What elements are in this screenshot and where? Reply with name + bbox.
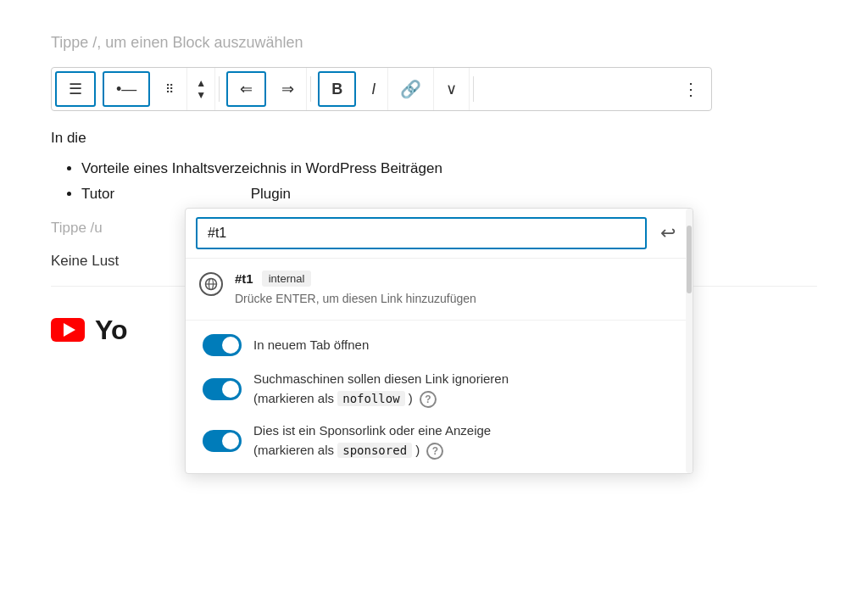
bullet-dash-button[interactable]: •— bbox=[103, 71, 150, 107]
link-search-row: ↩ bbox=[186, 209, 693, 259]
link-result-item[interactable]: #t1 internal Drücke ENTER, um diesen Lin… bbox=[186, 259, 693, 321]
youtube-play-icon bbox=[64, 323, 75, 337]
youtube-icon bbox=[51, 318, 85, 342]
chevron-down-icon: ▼ bbox=[196, 90, 206, 100]
toggle-slider-2 bbox=[203, 378, 242, 400]
drag-handle-button[interactable]: ⠿ bbox=[153, 68, 187, 110]
outdent-button[interactable]: ⇐ bbox=[226, 71, 266, 107]
scrollbar-track bbox=[686, 209, 693, 473]
outdent-icon: ⇐ bbox=[240, 80, 253, 98]
bullet-dash-icon: •— bbox=[116, 81, 136, 98]
sponsored-code: sponsored bbox=[337, 443, 412, 458]
list-item-2-end: Plugin bbox=[251, 186, 291, 202]
toggle-slider-1 bbox=[203, 334, 242, 356]
list-item-1: Vorteile eines Inhaltsverzeichnis in Wor… bbox=[81, 156, 817, 182]
block-toolbar: ☰ •— ⠿ ▲ ▼ ⇐ ⇒ B bbox=[51, 67, 712, 111]
nofollow-toggle[interactable] bbox=[203, 378, 242, 400]
nofollow-label: Suchmaschinen sollen diesen Link ignorie… bbox=[253, 370, 676, 408]
link-result-content: #t1 internal Drücke ENTER, um diesen Lin… bbox=[235, 271, 679, 308]
vertical-dots-icon: ⋮ bbox=[682, 81, 699, 98]
link-result-desc: Drücke ENTER, um diesen Link hinzuzufüge… bbox=[235, 290, 679, 308]
chevron-up-icon: ▲ bbox=[196, 78, 206, 88]
list-item-2-gap bbox=[119, 186, 251, 202]
list-icon: ☰ bbox=[69, 80, 82, 98]
scrollbar-thumb[interactable] bbox=[687, 226, 692, 293]
separator-2 bbox=[310, 76, 311, 102]
options-button[interactable]: ⋮ bbox=[670, 68, 711, 110]
move-up-down-button[interactable]: ▲ ▼ bbox=[187, 68, 215, 110]
more-formats-button[interactable]: ∨ bbox=[434, 68, 470, 110]
link-return-button[interactable]: ↩ bbox=[654, 219, 682, 248]
link-popup: ↩ #t1 internal Drücke ENTER, um diesen L… bbox=[185, 208, 693, 474]
bullet-list: Vorteile eines Inhaltsverzeichnis in Wor… bbox=[51, 156, 817, 208]
partial-line-text: In die bbox=[51, 126, 86, 151]
italic-button[interactable]: I bbox=[359, 68, 388, 110]
sponsored-help-icon[interactable]: ? bbox=[426, 443, 443, 460]
link-options: In neuem Tab öffnen Suchmaschinen sollen… bbox=[186, 321, 693, 473]
toggle-slider-3 bbox=[203, 430, 242, 452]
toolbar-group-indent: ⇐ ⇒ bbox=[223, 68, 307, 110]
list-item-2-start: Tutor bbox=[81, 186, 114, 202]
return-icon: ↩ bbox=[660, 222, 676, 243]
list-view-button[interactable]: ☰ bbox=[55, 71, 96, 107]
list-item-2: Tutor Plugin bbox=[81, 181, 817, 208]
link-button[interactable]: 🔗 bbox=[388, 68, 434, 110]
italic-icon: I bbox=[371, 81, 376, 98]
editor-area: Tippe /, um einen Block auszuwählen ☰ •—… bbox=[0, 0, 868, 387]
globe-icon bbox=[199, 272, 223, 296]
new-tab-toggle[interactable] bbox=[203, 334, 242, 356]
bold-button[interactable]: B bbox=[318, 71, 356, 107]
link-icon: 🔗 bbox=[400, 79, 421, 99]
drag-icon: ⠿ bbox=[165, 82, 175, 96]
indent-button[interactable]: ⇒ bbox=[270, 68, 307, 110]
chevron-down-icon: ∨ bbox=[446, 80, 457, 98]
nofollow-help-icon[interactable]: ? bbox=[420, 391, 437, 408]
bold-icon: B bbox=[331, 81, 342, 98]
toolbar-group-format: B I 🔗 ∨ bbox=[314, 68, 470, 110]
sponsored-toggle-row: Dies ist ein Sponsorlink oder eine Anzei… bbox=[203, 421, 676, 460]
indent-icon: ⇒ bbox=[281, 80, 294, 98]
toolbar-group-move: •— ⠿ ▲ ▼ bbox=[99, 68, 215, 110]
new-tab-label: In neuem Tab öffnen bbox=[253, 336, 676, 355]
internal-badge: internal bbox=[262, 271, 312, 287]
separator-3 bbox=[473, 76, 474, 102]
nofollow-code: nofollow bbox=[337, 391, 404, 406]
separator-1 bbox=[219, 76, 220, 102]
sponsored-label: Dies ist ein Sponsorlink oder eine Anzei… bbox=[253, 421, 676, 460]
link-search-input[interactable] bbox=[196, 217, 647, 249]
nofollow-toggle-row: Suchmaschinen sollen diesen Link ignorie… bbox=[203, 370, 676, 408]
youtube-text: Yo bbox=[95, 307, 128, 353]
sponsored-toggle[interactable] bbox=[203, 430, 242, 452]
partial-line: In die bbox=[51, 126, 817, 151]
placeholder-line-1: Tippe /, um einen Block auszuwählen bbox=[51, 34, 817, 52]
new-tab-toggle-row: In neuem Tab öffnen bbox=[203, 334, 676, 356]
link-result-title: #t1 internal bbox=[235, 271, 679, 287]
